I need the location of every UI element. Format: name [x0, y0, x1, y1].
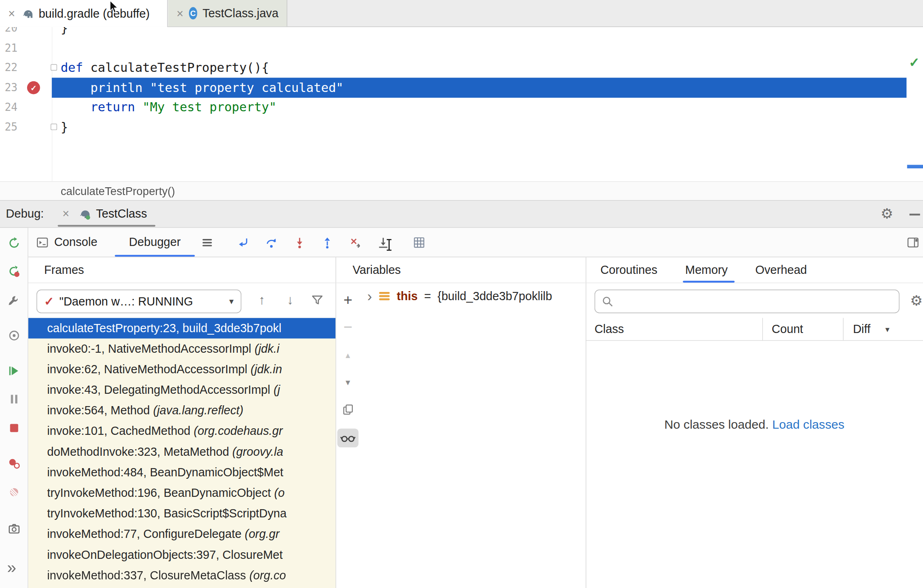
memory-search-box[interactable]: [595, 289, 900, 313]
show-watches-toggle[interactable]: [337, 429, 358, 448]
frame-row[interactable]: invoke:101, CachedMethod (org.codehaus.g…: [28, 421, 335, 441]
pane-divider[interactable]: [335, 257, 336, 588]
rerun-failed-icon[interactable]: [8, 265, 21, 278]
tab-label: Debugger: [129, 235, 181, 249]
gradle-icon: [21, 7, 34, 20]
frame-row[interactable]: invokeMethod:77, ConfigureDelegate (org.…: [28, 524, 335, 544]
thread-dropdown-value: "Daemon w…: RUNNING: [59, 295, 224, 308]
filter-frames-icon[interactable]: [310, 293, 324, 307]
debug-title: Debug:: [6, 201, 44, 227]
column-header-class[interactable]: Class: [595, 318, 624, 340]
code-editor[interactable]: 20 } 21 22 def calculateTestProperty(){ …: [0, 27, 923, 181]
frame-row[interactable]: tryInvokeMethod:130, BasicScript$ScriptD…: [28, 503, 335, 524]
frame-row[interactable]: doMethodInvoke:323, MetaMethod (groovy.l…: [28, 441, 335, 462]
layout-settings-icon[interactable]: [906, 235, 920, 249]
breadcrumb[interactable]: calculateTestProperty(): [61, 182, 175, 201]
active-tab-underline: [115, 255, 195, 257]
ide-window: × build.gradle (debuffe) × C TestClass.j…: [0, 0, 923, 588]
tab-build-gradle[interactable]: × build.gradle (debuffe): [0, 0, 168, 27]
variable-value: {build_3dde3b7poklilb: [438, 289, 552, 303]
close-tab-icon[interactable]: ×: [177, 7, 184, 19]
equals-sign: =: [424, 289, 431, 303]
tab-overhead[interactable]: Overhead: [755, 257, 807, 283]
console-icon: [37, 237, 48, 248]
settings-wrench-icon[interactable]: [8, 294, 21, 308]
tab-coroutines[interactable]: Coroutines: [600, 257, 657, 283]
mute-breakpoints-icon[interactable]: [8, 486, 21, 499]
step-over-icon[interactable]: [264, 235, 278, 249]
fold-marker-icon[interactable]: [51, 64, 57, 71]
fold-marker-icon[interactable]: [51, 124, 57, 130]
column-divider[interactable]: [762, 318, 763, 340]
move-down-icon[interactable]: ▼: [341, 375, 355, 389]
column-header-count[interactable]: Count: [772, 318, 804, 340]
variable-row-this[interactable]: › this = {build_3dde3b7poklilb: [367, 286, 585, 306]
tab-memory[interactable]: Memory: [685, 257, 728, 283]
close-session-icon[interactable]: ×: [62, 201, 69, 227]
text-cursor-pointer: [386, 239, 393, 252]
inspection-ok-icon: ✓: [909, 55, 920, 71]
stop-icon[interactable]: [8, 422, 21, 435]
remove-watch-icon[interactable]: −: [341, 319, 355, 333]
frame-row[interactable]: invoke:43, DelegatingMethodAccessorImpl …: [28, 380, 335, 400]
gear-icon[interactable]: ⚙: [910, 294, 923, 308]
add-watch-icon[interactable]: +: [341, 293, 355, 307]
code-line: println "test property calculated": [61, 78, 344, 98]
column-header-diff[interactable]: Diff: [853, 318, 870, 340]
frame-row[interactable]: invoke0:-1, NativeMethodAccessorImpl (jd…: [28, 338, 335, 359]
breakpoint-icon[interactable]: ✓: [27, 81, 40, 94]
tab-testclass-java[interactable]: × C TestClass.java: [168, 0, 287, 27]
view-breakpoints-icon[interactable]: [8, 457, 21, 470]
pane-header-divider: [28, 283, 923, 283]
frames-list[interactable]: calculateTestProperty:23, build_3dde3b7p…: [28, 318, 335, 588]
tab-console[interactable]: Console: [37, 228, 97, 257]
scrollbar-marker[interactable]: [907, 165, 923, 168]
sort-chevron-icon[interactable]: ▾: [885, 318, 889, 340]
tab-debugger[interactable]: Debugger: [115, 228, 195, 257]
more-chevron-icon[interactable]: »: [7, 559, 16, 578]
pause-icon[interactable]: [8, 393, 21, 406]
debugger-toolbar: Console Debugger: [28, 228, 923, 257]
show-execution-point-icon[interactable]: [236, 235, 250, 249]
memory-empty-state: No classes loaded. Load classes: [586, 417, 923, 431]
thread-dropdown[interactable]: ✓ "Daemon w…: RUNNING ▾: [37, 289, 241, 313]
frame-row[interactable]: tryInvokeMethod:196, BeanDynamicObject (…: [28, 483, 335, 503]
step-out-icon[interactable]: [320, 235, 334, 249]
code-line: }: [61, 27, 68, 38]
previous-frame-icon[interactable]: ↑: [255, 293, 269, 307]
threads-view-icon[interactable]: [200, 235, 214, 249]
drop-frame-icon[interactable]: [349, 235, 363, 249]
memory-search-input[interactable]: [619, 295, 893, 308]
frame-row[interactable]: invokeMethod:484, BeanDynamicObject$Met: [28, 462, 335, 482]
evaluate-table-icon[interactable]: [412, 235, 426, 249]
column-divider[interactable]: [843, 318, 843, 340]
frame-row[interactable]: invoke:62, NativeMethodAccessorImpl (jdk…: [28, 359, 335, 380]
editor-tab-bar: × build.gradle (debuffe) × C TestClass.j…: [0, 0, 923, 27]
rerun-icon[interactable]: [8, 237, 21, 250]
frame-row[interactable]: invokeOnDelegationObjects:397, ClosureMe…: [28, 544, 335, 565]
next-frame-icon[interactable]: ↓: [283, 293, 297, 307]
step-into-icon[interactable]: [293, 235, 307, 249]
frame-row[interactable]: calculateTestProperty:23, build_3dde3b7p…: [28, 318, 335, 338]
chevron-down-icon: ▾: [229, 296, 234, 307]
tab-label: build.gradle (debuffe): [39, 7, 149, 20]
session-tab-underline: [57, 225, 155, 227]
duplicate-watch-icon[interactable]: [341, 403, 355, 417]
glasses-icon: [340, 433, 356, 443]
hide-icon[interactable]: [909, 214, 920, 215]
value-icon: [379, 291, 390, 301]
resume-icon[interactable]: [8, 364, 21, 377]
eye-icon[interactable]: [8, 329, 21, 342]
load-classes-link[interactable]: Load classes: [772, 417, 845, 431]
thread-dump-camera-icon[interactable]: [8, 522, 21, 535]
line-number: 21: [5, 38, 17, 58]
gear-icon[interactable]: ⚙: [881, 207, 893, 220]
move-up-icon[interactable]: ▲: [341, 348, 355, 362]
close-tab-icon[interactable]: ×: [8, 8, 15, 20]
frame-row[interactable]: invoke:564, Method (java.lang.reflect): [28, 400, 335, 421]
frame-row[interactable]: invokeMethod:337, ClosureMetaClass (org.…: [28, 565, 335, 586]
gradle-icon: [78, 207, 91, 220]
expand-chevron-icon[interactable]: ›: [367, 288, 372, 304]
tab-label: TestClass.java: [202, 7, 278, 20]
session-tab-label[interactable]: TestClass: [96, 201, 147, 227]
